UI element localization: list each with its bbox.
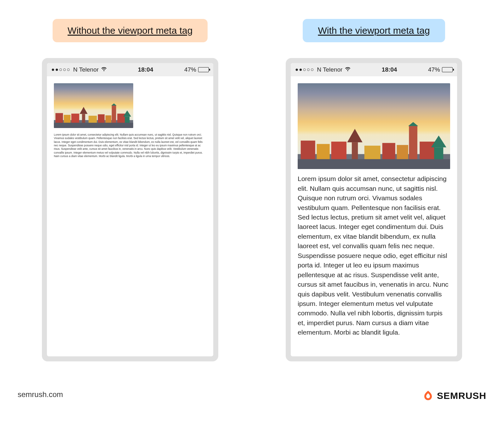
svg-rect-14 xyxy=(54,123,133,128)
svg-rect-6 xyxy=(89,116,97,124)
svg-rect-8 xyxy=(112,105,116,123)
svg-rect-22 xyxy=(382,143,395,161)
brand-name: SEMRUSH xyxy=(437,390,486,401)
battery-icon xyxy=(442,67,453,72)
svg-rect-18 xyxy=(331,142,346,161)
svg-rect-1 xyxy=(55,113,63,123)
hero-image xyxy=(54,83,133,128)
battery-icon xyxy=(198,67,209,72)
label-with-viewport: With the viewport meta tag xyxy=(303,19,445,42)
battery-percent-label: 47% xyxy=(428,66,440,73)
svg-marker-24 xyxy=(408,122,418,126)
clock-label: 18:04 xyxy=(382,66,397,73)
column-with-viewport: With the viewport meta tag ●●○○○ N Telen… xyxy=(261,19,486,361)
page-content-small: Lorem ipsum dolor sit amet, consectetur … xyxy=(47,76,213,356)
svg-rect-20 xyxy=(352,142,358,161)
svg-rect-25 xyxy=(397,145,408,161)
signal-dots-icon: ●●○○○ xyxy=(295,67,314,73)
svg-rect-28 xyxy=(434,147,443,161)
label-without-viewport: Without the viewport meta tag xyxy=(53,19,208,42)
svg-rect-23 xyxy=(409,125,417,161)
body-text-small: Lorem ipsum dolor sit amet, consectetur … xyxy=(54,133,206,158)
svg-rect-11 xyxy=(117,114,125,124)
carrier-label: N Telenor xyxy=(317,66,342,73)
svg-rect-10 xyxy=(106,115,112,124)
hero-image xyxy=(298,83,450,169)
svg-rect-29 xyxy=(298,159,450,169)
status-bar: ●●○○○ N Telenor 18:04 47% xyxy=(291,63,457,76)
brand-logo: SEMRUSH xyxy=(422,390,486,401)
svg-marker-9 xyxy=(111,103,116,106)
svg-rect-3 xyxy=(71,114,79,124)
column-without-viewport: Without the viewport meta tag ●●○○○ N Te… xyxy=(18,19,243,361)
svg-rect-17 xyxy=(317,144,330,161)
phone-mockup-right: ●●○○○ N Telenor 18:04 47% xyxy=(286,58,462,361)
svg-rect-16 xyxy=(301,140,315,161)
wifi-icon xyxy=(345,66,351,73)
phone-screen-left: ●●○○○ N Telenor 18:04 47% xyxy=(47,63,213,356)
flame-icon xyxy=(422,390,434,401)
svg-rect-7 xyxy=(98,114,105,123)
svg-rect-13 xyxy=(125,116,129,123)
svg-marker-27 xyxy=(431,135,446,147)
battery-percent-label: 47% xyxy=(184,66,196,73)
svg-rect-26 xyxy=(420,142,435,161)
svg-rect-5 xyxy=(82,114,85,124)
signal-dots-icon: ●●○○○ xyxy=(51,67,71,73)
footer-url: semrush.com xyxy=(18,390,63,399)
phone-mockup-left: ●●○○○ N Telenor 18:04 47% xyxy=(42,58,218,361)
svg-rect-21 xyxy=(364,145,381,161)
wifi-icon xyxy=(101,66,107,73)
svg-marker-12 xyxy=(123,110,131,116)
clock-label: 18:04 xyxy=(138,66,153,73)
svg-marker-19 xyxy=(347,129,362,142)
status-bar: ●●○○○ N Telenor 18:04 47% xyxy=(47,63,213,76)
svg-marker-4 xyxy=(80,107,88,114)
body-text-large: Lorem ipsum dolor sit amet, consectetur … xyxy=(298,174,450,337)
page-content-large: Lorem ipsum dolor sit amet, consectetur … xyxy=(291,76,457,356)
svg-rect-2 xyxy=(64,115,70,124)
phone-screen-right: ●●○○○ N Telenor 18:04 47% xyxy=(291,63,457,356)
carrier-label: N Telenor xyxy=(73,66,99,73)
